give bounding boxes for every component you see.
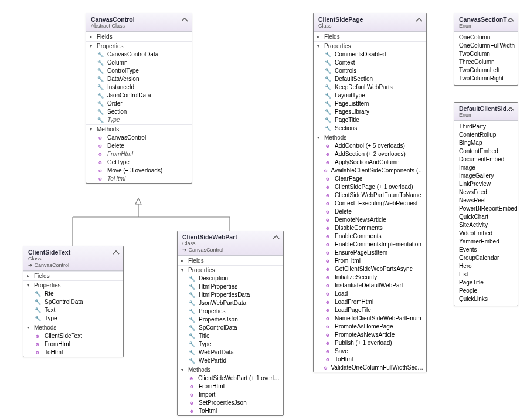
enum-item[interactable]: TwoColumnRight <box>459 74 514 83</box>
method-item[interactable]: ⚙DisableComments <box>314 224 426 232</box>
section-header[interactable]: ▸Fields <box>86 32 192 41</box>
property-item[interactable]: 🔧CanvasControlData <box>86 50 192 59</box>
method-item[interactable]: ⚙AvailableClientSideComponents (… <box>314 167 426 175</box>
method-item[interactable]: ⚙AddControl (+ 5 overloads) <box>314 142 426 150</box>
method-item[interactable]: ⚙FromHtml <box>178 382 283 391</box>
method-item[interactable]: ⚙Move (+ 3 overloads) <box>86 167 192 175</box>
enum-canvassectiontemplate[interactable]: CanvasSectionT…EnumOneColumnOneColumnFul… <box>454 13 518 86</box>
property-item[interactable]: 🔧Section <box>86 108 192 116</box>
enum-item[interactable]: PageTitle <box>459 279 514 287</box>
collapse-icon[interactable] <box>507 105 514 112</box>
section-header[interactable]: ▾Methods <box>314 133 426 142</box>
enum-item[interactable]: TwoColumn <box>459 50 514 58</box>
method-item[interactable]: ⚙ApplySectionAndColumn <box>314 158 426 167</box>
property-item[interactable]: 🔧Rte <box>23 290 123 298</box>
method-item[interactable]: ⚙InitializeSecurity <box>314 273 426 282</box>
method-item[interactable]: ⚙ValidateOneColumnFullWidthSec… <box>314 364 426 372</box>
method-item[interactable]: ⚙PromoteAsNewsArticle <box>314 331 426 339</box>
class-header[interactable]: ClientSidePageClass <box>314 13 426 32</box>
property-item[interactable]: 🔧PageListItem <box>314 100 426 108</box>
property-item[interactable]: 🔧HtmlPropertiesData <box>178 291 283 299</box>
constructor-item[interactable]: ⚙ClientSideWebPart (+ 1 overl… <box>178 374 283 382</box>
method-item[interactable]: ⚙NameToClientSideWebPartEnum <box>314 314 426 323</box>
property-item[interactable]: 🔧Order <box>86 100 192 108</box>
method-item[interactable]: ⚙GetType <box>86 158 192 167</box>
enum-item[interactable]: QuickChart <box>459 213 514 221</box>
method-item[interactable]: ⚙LoadPageFile <box>314 306 426 314</box>
section-header[interactable]: ▾Properties <box>178 265 283 275</box>
method-item[interactable]: ⚙SetPropertiesJson <box>178 399 283 407</box>
property-item[interactable]: 🔧Column <box>86 59 192 67</box>
section-header[interactable]: ▸Fields <box>23 271 123 280</box>
enum-item[interactable]: ImageGallery <box>459 172 514 180</box>
property-item[interactable]: 🔧Properties <box>178 307 283 316</box>
method-item[interactable]: ⚙Save <box>314 347 426 355</box>
method-item[interactable]: ⚙GetClientSideWebPartsAsync <box>314 265 426 273</box>
property-item[interactable]: 🔧PagesLibrary <box>314 108 426 116</box>
class-clientsidewebpart[interactable]: ClientSideWebPartClass➔ CanvasControl▸Fi… <box>177 231 284 416</box>
method-item[interactable]: ⚙ToHtml <box>86 175 192 183</box>
method-item[interactable]: ⚙ClearPage <box>314 175 426 183</box>
method-item[interactable]: ⚙FromHtml <box>314 257 426 265</box>
property-item[interactable]: 🔧JsonWebPartData <box>178 299 283 307</box>
method-item[interactable]: ⚙EnableComments <box>314 232 426 241</box>
constructor-item[interactable]: ⚙CanvasControl <box>86 134 192 142</box>
enum-item[interactable]: PowerBIReportEmbed <box>459 205 514 213</box>
class-clientsidetext[interactable]: ClientSideTextClass➔ CanvasControl▸Field… <box>23 246 124 357</box>
enum-item[interactable]: ThreeColumn <box>459 58 514 66</box>
property-item[interactable]: 🔧Sections <box>314 124 426 133</box>
property-item[interactable]: 🔧Text <box>23 306 123 314</box>
enum-item[interactable]: DocumentEmbed <box>459 155 514 164</box>
section-header[interactable]: ▾Properties <box>314 41 426 50</box>
property-item[interactable]: 🔧Type <box>86 116 192 124</box>
collapse-icon[interactable] <box>113 249 120 256</box>
section-header[interactable]: ▾Methods <box>178 365 283 374</box>
property-item[interactable]: 🔧HtmlProperties <box>178 283 283 291</box>
property-item[interactable]: 🔧KeepDefaultWebParts <box>314 83 426 92</box>
section-header[interactable]: ▾Properties <box>86 41 192 50</box>
section-header[interactable]: ▸Fields <box>178 256 283 265</box>
enum-item[interactable]: YammerEmbed <box>459 238 514 246</box>
collapse-icon[interactable] <box>181 16 188 23</box>
section-header[interactable]: ▾Methods <box>23 323 123 332</box>
constructor-item[interactable]: ⚙ClientSidePage (+ 1 overload) <box>314 183 426 191</box>
enum-item[interactable]: People <box>459 287 514 295</box>
method-item[interactable]: ⚙LoadFromHtml <box>314 298 426 306</box>
collapse-icon[interactable] <box>273 233 280 241</box>
property-item[interactable]: 🔧CommentsDisabled <box>314 50 426 59</box>
enum-item[interactable]: List <box>459 270 514 279</box>
section-header[interactable]: ▾Methods <box>86 124 192 134</box>
enum-item[interactable]: OneColumnFullWidth <box>459 42 514 50</box>
property-item[interactable]: 🔧DataVersion <box>86 75 192 83</box>
property-item[interactable]: 🔧Type <box>23 314 123 323</box>
method-item[interactable]: ⚙Publish (+ 1 overload) <box>314 339 426 347</box>
class-header[interactable]: ClientSideTextClass➔ CanvasControl <box>23 246 123 271</box>
property-item[interactable]: 🔧Controls <box>314 67 426 75</box>
method-item[interactable]: ⚙Import <box>178 391 283 399</box>
method-item[interactable]: ⚙EnsurePageListItem <box>314 249 426 257</box>
property-item[interactable]: 🔧Type <box>178 340 283 348</box>
enum-item[interactable]: NewsFeed <box>459 188 514 197</box>
property-item[interactable]: 🔧DefaultSection <box>314 75 426 83</box>
constructor-item[interactable]: ⚙ClientSideText <box>23 332 123 340</box>
collapse-icon[interactable] <box>416 16 423 23</box>
enum-item[interactable]: ContentRollup <box>459 131 514 139</box>
method-item[interactable]: ⚙Delete <box>86 142 192 150</box>
method-item[interactable]: ⚙EnableCommentsImplementation <box>314 241 426 249</box>
enum-item[interactable]: ContentEmbed <box>459 147 514 155</box>
property-item[interactable]: 🔧LayoutType <box>314 92 426 100</box>
section-header[interactable]: ▸Fields <box>314 32 426 41</box>
method-item[interactable]: ⚙AddSection (+ 2 overloads) <box>314 150 426 158</box>
class-clientsidepage[interactable]: ClientSidePageClass▸Fields▾Properties🔧Co… <box>313 13 427 372</box>
class-header[interactable]: CanvasControlAbstract Class <box>86 13 192 32</box>
section-header[interactable]: ▾Properties <box>23 280 123 290</box>
property-item[interactable]: 🔧PropertiesJson <box>178 316 283 324</box>
enum-item[interactable]: SiteActivity <box>459 221 514 229</box>
property-item[interactable]: 🔧SpControlData <box>178 324 283 332</box>
method-item[interactable]: ⚙PromoteAsHomePage <box>314 323 426 331</box>
property-item[interactable]: 🔧Description <box>178 275 283 283</box>
enum-item[interactable]: BingMap <box>459 139 514 147</box>
class-canvascontrol[interactable]: CanvasControlAbstract Class▸Fields▾Prope… <box>86 13 192 184</box>
enum-item[interactable]: OneColumn <box>459 33 514 42</box>
enum-item[interactable]: Hero <box>459 262 514 270</box>
